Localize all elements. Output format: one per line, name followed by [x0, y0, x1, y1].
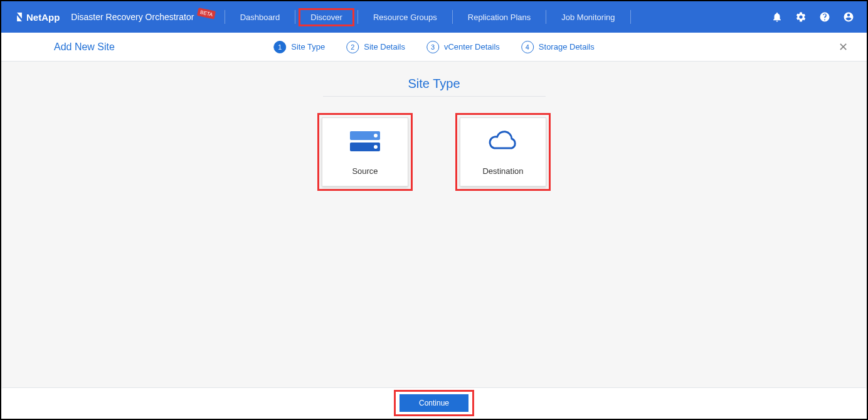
netapp-logo-icon	[15, 13, 24, 21]
nav-divider	[630, 10, 631, 24]
card-source[interactable]: Source	[322, 117, 408, 186]
help-icon[interactable]	[819, 11, 830, 23]
step-number: 2	[346, 41, 359, 53]
nav-replication-plans[interactable]: Replication Plans	[457, 9, 542, 26]
step-number: 4	[521, 41, 534, 53]
gear-icon[interactable]	[795, 11, 807, 23]
heading-divider	[323, 96, 546, 97]
bell-icon[interactable]	[771, 11, 783, 23]
continue-button[interactable]: Continue	[400, 394, 468, 412]
step-label: Site Type	[291, 42, 325, 51]
card-label: Source	[352, 166, 378, 176]
step-site-details[interactable]: 2 Site Details	[346, 41, 405, 53]
wizard-title: Add New Site	[54, 41, 115, 53]
nav-resource-groups[interactable]: Resource Groups	[362, 9, 448, 26]
nav-divider	[357, 10, 358, 24]
wizard-footer: Continue	[3, 387, 865, 417]
card-highlight: Source	[317, 113, 413, 191]
card-label: Destination	[482, 166, 523, 176]
nav-job-monitoring[interactable]: Job Monitoring	[550, 9, 626, 26]
wizard-steps: 1 Site Type 2 Site Details 3 vCenter Det…	[273, 41, 594, 53]
svg-point-3	[374, 145, 378, 149]
nav-divider	[225, 10, 225, 24]
nav-divider	[295, 10, 295, 24]
brand-logo: NetApp	[15, 12, 60, 23]
wizard-header: Add New Site 1 Site Type 2 Site Details …	[1, 33, 867, 62]
svg-point-1	[374, 134, 378, 137]
page-heading: Site Type	[1, 77, 867, 91]
server-icon	[347, 129, 383, 156]
user-icon[interactable]	[843, 11, 854, 23]
close-icon[interactable]: ✕	[839, 40, 848, 54]
nav-divider	[546, 10, 546, 24]
nav-right-icons	[771, 11, 854, 23]
product-name: Disaster Recovery Orchestrator	[71, 12, 194, 22]
card-highlight: Destination	[455, 113, 551, 191]
step-number: 1	[273, 41, 286, 53]
beta-badge: BETA	[197, 8, 216, 19]
wizard-body: Site Type Source Dest	[1, 62, 867, 389]
step-label: Storage Details	[539, 42, 595, 51]
step-storage-details[interactable]: 4 Storage Details	[521, 41, 595, 53]
cloud-icon	[485, 129, 521, 156]
site-type-cards: Source Destination	[1, 113, 867, 191]
nav-divider	[452, 10, 453, 24]
step-site-type[interactable]: 1 Site Type	[273, 41, 325, 53]
step-number: 3	[426, 41, 439, 53]
button-highlight: Continue	[394, 390, 474, 416]
brand-name: NetApp	[26, 12, 60, 23]
top-nav: NetApp Disaster Recovery Orchestrator BE…	[1, 1, 867, 33]
nav-discover[interactable]: Discover	[299, 9, 354, 26]
card-destination[interactable]: Destination	[460, 117, 546, 186]
nav-dashboard[interactable]: Dashboard	[229, 9, 292, 26]
step-label: Site Details	[364, 42, 405, 51]
step-vcenter-details[interactable]: 3 vCenter Details	[426, 41, 500, 53]
step-label: vCenter Details	[444, 42, 500, 51]
